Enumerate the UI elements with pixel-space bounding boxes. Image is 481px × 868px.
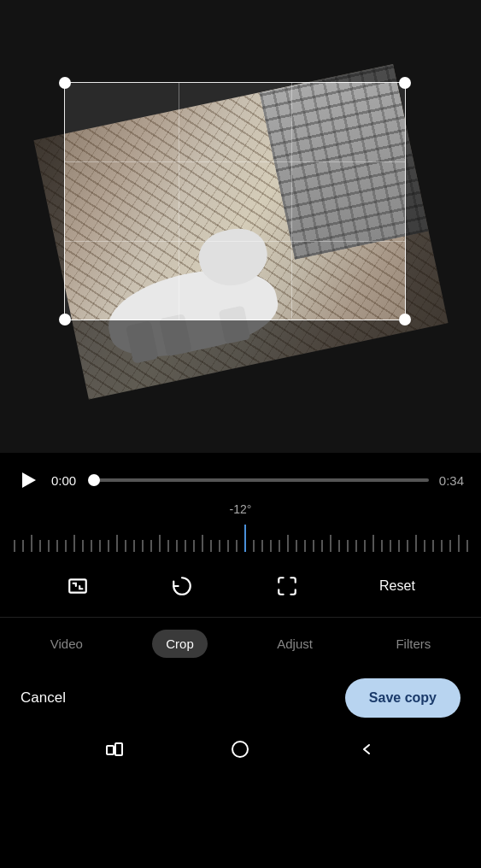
rotation-ruler[interactable] — [10, 521, 471, 552]
play-button[interactable] — [17, 468, 41, 492]
tab-crop[interactable]: Crop — [152, 630, 208, 658]
tab-video[interactable]: Video — [37, 630, 97, 658]
video-progress-bar[interactable] — [94, 478, 429, 482]
crop-toolbar: Reset — [0, 552, 481, 618]
reset-button[interactable]: Reset — [372, 575, 422, 597]
back-nav-button[interactable] — [357, 740, 376, 763]
controls-panel: 0:00 0:34 -12° — [0, 453, 481, 868]
recents-nav-button[interactable] — [105, 740, 124, 763]
svg-rect-0 — [69, 579, 86, 592]
home-nav-button[interactable] — [231, 740, 249, 763]
video-timeline: 0:00 0:34 — [0, 453, 481, 499]
aspect-ratio-icon — [67, 575, 89, 597]
progress-thumb[interactable] — [88, 474, 100, 486]
expand-button[interactable] — [268, 567, 306, 605]
svg-rect-1 — [107, 746, 114, 754]
play-icon — [22, 472, 36, 488]
rotation-section: -12° — [0, 499, 481, 552]
aspect-ratio-button[interactable] — [59, 567, 97, 605]
action-bar: Cancel Save copy — [0, 666, 481, 726]
rotate-button[interactable] — [163, 567, 201, 605]
tab-adjust[interactable]: Adjust — [263, 630, 326, 658]
ruler-ticks — [10, 521, 471, 552]
rotate-icon — [171, 575, 193, 597]
image-preview-area — [0, 0, 481, 453]
tab-bar: Video Crop Adjust Filters — [0, 618, 481, 666]
cancel-button[interactable]: Cancel — [21, 689, 66, 707]
tab-filters[interactable]: Filters — [382, 630, 444, 658]
end-time: 0:34 — [439, 473, 464, 488]
system-navigation-bar — [0, 726, 481, 780]
svg-point-3 — [232, 742, 248, 757]
save-copy-button[interactable]: Save copy — [345, 678, 460, 718]
rotation-value: -12° — [10, 502, 471, 516]
svg-rect-2 — [115, 743, 122, 755]
current-time: 0:00 — [51, 473, 84, 488]
expand-icon — [276, 575, 298, 597]
